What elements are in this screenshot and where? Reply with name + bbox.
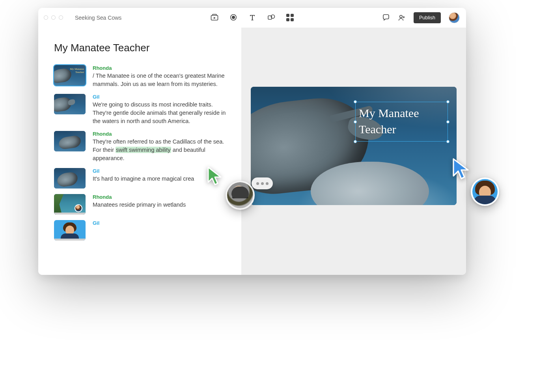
- user-avatar[interactable]: [449, 12, 460, 23]
- script-row[interactable]: Rhonda They're often referred to as the …: [54, 131, 230, 162]
- shapes-tool-icon[interactable]: [267, 13, 275, 21]
- resize-handle-icon[interactable]: [354, 140, 357, 143]
- scene-thumbnail[interactable]: [54, 220, 86, 241]
- preview-canvas[interactable]: My ManateeTeacher: [251, 87, 457, 205]
- resize-handle-icon[interactable]: [446, 100, 449, 103]
- scene-thumbnail[interactable]: [54, 94, 86, 114]
- script-line[interactable]: Manatees reside primary in wetlands: [93, 201, 230, 209]
- script-row[interactable]: Gil It's hard to imagine a more magical …: [54, 168, 230, 189]
- scene-thumbnail[interactable]: My ManateeTeacher: [54, 65, 86, 86]
- media-library-icon[interactable]: [211, 13, 218, 21]
- minimize-window-icon[interactable]: [51, 15, 56, 20]
- canvas-title-text[interactable]: My ManateeTeacher: [359, 105, 444, 137]
- scene-thumbnail[interactable]: [54, 131, 86, 151]
- thumb-overlay-title: My ManateeTeacher: [70, 68, 84, 74]
- preview-panel: My ManateeTeacher: [241, 28, 466, 275]
- window-title: Seeking Sea Cows: [75, 15, 121, 21]
- resize-handle-icon[interactable]: [354, 100, 357, 103]
- speaker-label: Rhonda: [93, 65, 230, 71]
- script-row[interactable]: My ManateeTeacher Rhonda / The Manatee i…: [54, 65, 230, 88]
- script-panel: My Manatee Teacher My ManateeTeacher Rho…: [38, 28, 241, 275]
- speaker-label: Gil: [93, 220, 230, 226]
- highlighted-text[interactable]: swift swimming ability: [116, 147, 171, 153]
- scene-thumbnail[interactable]: [54, 194, 86, 215]
- editor-toolbar: [211, 13, 294, 21]
- script-line[interactable]: / The Manatee is one of the ocean's grea…: [93, 72, 230, 88]
- comment-icon[interactable]: [382, 14, 390, 22]
- app-window: Seeking Sea Cows: [38, 8, 466, 275]
- script-row[interactable]: Gil: [54, 220, 230, 241]
- speaker-label: Rhonda: [93, 194, 230, 200]
- script-line[interactable]: We're going to discuss its most incredib…: [93, 101, 230, 125]
- speaker-label: Gil: [93, 94, 230, 100]
- svg-point-2: [232, 16, 234, 19]
- text-tool-icon[interactable]: [248, 13, 256, 21]
- speaker-label: Gil: [93, 168, 230, 174]
- script-line[interactable]: They're often referred to as the Cadilla…: [93, 138, 230, 162]
- right-toolbar: Publish: [382, 12, 460, 23]
- titlebar: Seeking Sea Cows: [38, 8, 466, 28]
- window-controls[interactable]: [44, 15, 63, 20]
- typing-indicator: [252, 177, 273, 189]
- script-row[interactable]: Rhonda Manatees reside primary in wetlan…: [54, 194, 230, 215]
- script-line[interactable]: It's hard to imagine a more magical crea: [93, 175, 230, 183]
- zoom-window-icon[interactable]: [59, 15, 63, 20]
- collaborator-avatar-blue: [471, 177, 499, 206]
- add-person-icon[interactable]: [398, 14, 406, 22]
- resize-handle-icon[interactable]: [446, 120, 449, 123]
- scene-thumbnail[interactable]: [54, 168, 86, 189]
- speaker-label: Rhonda: [93, 131, 230, 137]
- close-window-icon[interactable]: [44, 15, 48, 20]
- script-row[interactable]: Gil We're going to discuss its most incr…: [54, 94, 230, 125]
- page-title: My Manatee Teacher: [54, 42, 230, 54]
- svg-point-5: [400, 15, 402, 17]
- resize-handle-icon[interactable]: [354, 120, 357, 123]
- main-split: My Manatee Teacher My ManateeTeacher Rho…: [38, 28, 466, 275]
- publish-button[interactable]: Publish: [414, 12, 441, 23]
- collaborator-avatar-green: [226, 181, 255, 210]
- record-icon[interactable]: [229, 13, 237, 21]
- layout-grid-icon[interactable]: [286, 13, 294, 21]
- resize-handle-icon[interactable]: [446, 140, 449, 143]
- selected-text-box[interactable]: My ManateeTeacher: [355, 102, 448, 142]
